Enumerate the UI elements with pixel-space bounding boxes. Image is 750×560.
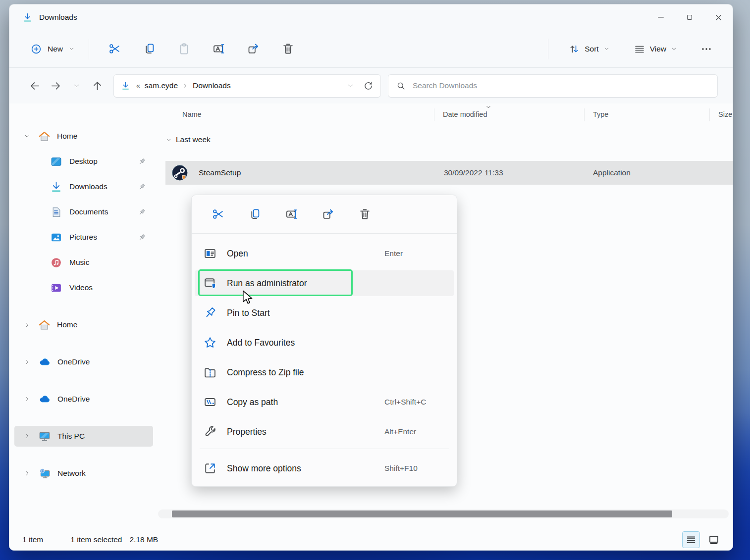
sidebar-item-onedrive-1[interactable]: OneDrive	[14, 352, 153, 372]
chevron-right-icon[interactable]	[21, 396, 33, 403]
onedrive-cloud-icon	[38, 393, 51, 406]
sidebar-item-desktop[interactable]: Desktop	[14, 151, 153, 172]
sidebar-item-network[interactable]: Network	[14, 463, 153, 484]
context-menu-quick-actions	[192, 195, 457, 234]
menu-item-shortcut: Enter	[384, 249, 403, 258]
up-button[interactable]	[87, 76, 107, 96]
share-button[interactable]	[240, 38, 266, 60]
menu-item-label: Show more options	[227, 463, 301, 474]
column-header-name[interactable]: Name	[182, 110, 202, 118]
sidebar-item-label: Desktop	[69, 157, 98, 166]
column-divider[interactable]	[709, 108, 710, 121]
sidebar-item-music[interactable]: Music	[14, 252, 153, 273]
search-input[interactable]	[413, 81, 709, 90]
sidebar-item-label: OneDrive	[57, 395, 90, 404]
window-controls	[646, 4, 733, 30]
sidebar-item-onedrive-2[interactable]: OneDrive	[14, 389, 153, 409]
view-button[interactable]: View	[628, 39, 683, 59]
sidebar-item-this-pc[interactable]: This PC	[14, 426, 153, 447]
sidebar-item-pictures[interactable]: Pictures	[14, 227, 153, 248]
delete-button[interactable]	[275, 38, 301, 60]
copy-button[interactable]	[136, 38, 162, 60]
menu-item-show-more-options[interactable]: Show more options Shift+F10	[195, 456, 454, 481]
menu-item-add-to-favourites[interactable]: Add to Favourites	[195, 330, 454, 356]
recent-locations-chevron[interactable]	[66, 76, 87, 96]
breadcrumb-overflow[interactable]: «	[135, 82, 142, 90]
menu-item-open[interactable]: Open Enter	[195, 241, 454, 266]
copy-as-path-icon	[203, 395, 217, 409]
address-dropdown-chevron[interactable]	[347, 82, 354, 90]
large-icons-view-button[interactable]	[705, 531, 723, 548]
scrollbar-thumb[interactable]	[172, 510, 672, 517]
paste-button[interactable]	[171, 38, 197, 60]
documents-icon	[50, 206, 62, 218]
home-icon	[38, 319, 51, 331]
menu-item-label: Open	[227, 249, 248, 259]
menu-item-properties[interactable]: Properties Alt+Enter	[195, 419, 454, 445]
address-bar[interactable]: « sam.eyde Downloads	[113, 74, 381, 98]
chevron-right-icon[interactable]	[21, 321, 33, 328]
sort-button[interactable]: Sort	[562, 39, 615, 59]
downloads-folder-icon	[22, 12, 33, 23]
forward-button[interactable]	[45, 76, 66, 96]
breadcrumb-user[interactable]: sam.eyde	[142, 79, 181, 92]
share-button[interactable]	[310, 202, 346, 227]
column-divider[interactable]	[434, 108, 434, 121]
sidebar-item-label: Pictures	[69, 233, 97, 242]
rename-button[interactable]	[273, 202, 310, 227]
close-button[interactable]	[704, 4, 733, 30]
pin-icon	[138, 208, 146, 216]
file-type: Application	[593, 168, 631, 177]
this-pc-icon	[38, 430, 51, 443]
refresh-icon[interactable]	[363, 81, 374, 91]
column-headers: Name Date modified Type Size	[158, 103, 733, 126]
menu-item-compress-to-zip[interactable]: Compress to Zip file	[195, 359, 454, 385]
chevron-right-icon[interactable]	[21, 433, 33, 440]
status-bar: 1 item 1 item selected 2.18 MB	[9, 529, 733, 550]
new-button[interactable]: New	[24, 39, 81, 59]
copy-button[interactable]	[236, 202, 273, 227]
chevron-right-icon[interactable]	[21, 358, 33, 365]
view-toggles	[682, 531, 723, 548]
cut-button[interactable]	[200, 202, 236, 227]
delete-button[interactable]	[346, 202, 383, 227]
details-view-button[interactable]	[682, 531, 700, 548]
sidebar-item-downloads[interactable]: Downloads	[14, 176, 153, 197]
back-button[interactable]	[24, 76, 45, 96]
column-divider[interactable]	[584, 108, 585, 121]
network-icon	[38, 467, 51, 480]
chevron-right-icon[interactable]	[21, 470, 33, 477]
breadcrumb-folder[interactable]: Downloads	[190, 79, 234, 92]
toolbar-right: Sort View	[540, 38, 724, 60]
column-header-type[interactable]: Type	[593, 110, 608, 118]
pin-icon	[138, 233, 146, 242]
file-date-modified: 30/09/2022 11:33	[444, 168, 503, 177]
menu-item-label: Copy as path	[227, 397, 278, 407]
titlebar: Downloads	[9, 4, 733, 30]
window-title: Downloads	[39, 13, 77, 22]
chevron-down-icon[interactable]	[21, 133, 33, 140]
menu-item-run-as-administrator[interactable]: Run as administrator	[195, 270, 454, 296]
minimize-button[interactable]	[646, 4, 675, 30]
sidebar-item-home-tree[interactable]: Home	[14, 314, 153, 335]
group-header-last-week[interactable]: Last week	[165, 135, 211, 144]
address-row: « sam.eyde Downloads	[9, 68, 733, 103]
maximize-button[interactable]	[675, 4, 704, 30]
sidebar-item-label: Home	[57, 132, 77, 141]
column-header-date-modified[interactable]: Date modified	[443, 110, 487, 118]
menu-item-pin-to-start[interactable]: Pin to Start	[195, 300, 454, 326]
horizontal-scrollbar[interactable]	[158, 509, 729, 518]
chevron-down-icon[interactable]	[165, 137, 172, 143]
selection-size: 2.18 MB	[129, 535, 158, 544]
sidebar-item-home[interactable]: Home	[14, 126, 153, 147]
column-header-size[interactable]: Size	[718, 110, 733, 118]
sidebar-item-documents[interactable]: Documents	[14, 202, 153, 222]
cut-button[interactable]	[102, 38, 127, 60]
more-options-button[interactable]	[694, 38, 719, 60]
rename-button[interactable]	[206, 38, 231, 60]
item-count: 1 item	[22, 535, 43, 544]
menu-item-shortcut: Ctrl+Shift+C	[384, 398, 426, 407]
menu-item-copy-as-path[interactable]: Copy as path Ctrl+Shift+C	[195, 389, 454, 415]
file-row-steamsetup[interactable]: SteamSetup 30/09/2022 11:33 Application	[165, 161, 733, 185]
sidebar-item-videos[interactable]: Videos	[14, 277, 153, 298]
